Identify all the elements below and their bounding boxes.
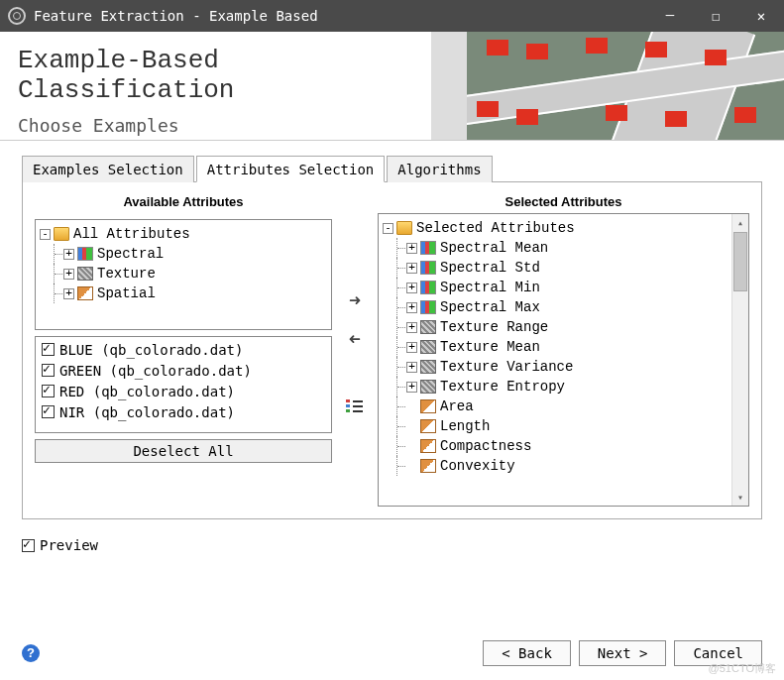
tree-item[interactable]: Length (440, 418, 490, 434)
spectral-icon (420, 261, 436, 275)
app-icon (8, 7, 26, 25)
collapse-icon[interactable]: - (40, 229, 51, 240)
tree-item[interactable]: Spectral Max (440, 299, 540, 315)
close-button[interactable]: ✕ (738, 0, 784, 32)
collapse-icon[interactable]: - (383, 223, 393, 234)
band-row: RED (qb_colorado.dat) (38, 381, 329, 401)
window-title: Feature Extraction - Example Based (34, 8, 647, 24)
spectral-icon (77, 247, 93, 261)
expand-icon[interactable]: + (406, 342, 417, 353)
checkbox-red[interactable] (42, 385, 55, 397)
tree-item[interactable]: Texture Variance (440, 359, 573, 375)
tree-item-spectral[interactable]: Spectral (97, 246, 164, 262)
next-button[interactable]: Next > (579, 640, 667, 666)
spatial-icon (420, 419, 436, 433)
header: Example-Based Classification Choose Exam… (0, 32, 784, 141)
band-label: NIR (qb_colorado.dat) (59, 404, 235, 420)
expand-icon[interactable]: + (63, 288, 74, 299)
tree-item-spatial[interactable]: Spatial (97, 285, 156, 301)
tree-item[interactable]: Area (440, 398, 474, 414)
list-view-icon[interactable] (346, 399, 364, 413)
folder-icon (54, 227, 69, 241)
spatial-icon (77, 286, 93, 300)
tree-item[interactable]: Texture Mean (440, 339, 540, 355)
expand-icon[interactable]: + (406, 302, 417, 313)
expand-icon[interactable]: + (406, 322, 417, 333)
spatial-icon (420, 459, 436, 473)
preview-row: Preview (22, 537, 98, 553)
watermark: @51CTO博客 (709, 661, 776, 676)
tab-algorithms[interactable]: Algorithms (387, 156, 492, 182)
selected-attributes-tree[interactable]: -Selected Attributes+Spectral Mean+Spect… (378, 213, 749, 507)
tree-item[interactable]: Convexity (440, 458, 515, 474)
band-row: GREEN (qb_colorado.dat) (38, 360, 329, 381)
titlebar: Feature Extraction - Example Based ─ ☐ ✕ (0, 0, 784, 32)
band-row: NIR (qb_colorado.dat) (38, 401, 329, 422)
minimize-button[interactable]: ─ (647, 0, 693, 32)
spectral-icon (420, 241, 436, 255)
available-attributes-title: Available Attributes (35, 194, 332, 209)
texture-icon (420, 360, 436, 374)
expand-icon[interactable]: + (406, 263, 417, 274)
tree-item-texture[interactable]: Texture (97, 266, 156, 282)
remove-attribute-button[interactable]: ➜ (349, 327, 361, 352)
scroll-thumb[interactable] (733, 232, 747, 291)
deselect-all-button[interactable]: Deselect All (35, 439, 332, 463)
tree-item[interactable]: Texture Entropy (440, 379, 565, 395)
tree-root-label: All Attributes (73, 226, 190, 242)
tree-item[interactable]: Spectral Min (440, 280, 540, 295)
texture-icon (420, 340, 436, 354)
add-attribute-button[interactable]: ➜ (349, 288, 361, 313)
folder-icon (396, 221, 412, 235)
scroll-up-icon[interactable]: ▴ (732, 214, 748, 231)
maximize-button[interactable]: ☐ (693, 0, 738, 32)
preview-label: Preview (40, 537, 98, 553)
spatial-icon (420, 439, 436, 453)
tree-item[interactable]: Texture Range (440, 319, 548, 335)
expand-icon[interactable]: + (406, 382, 417, 393)
spatial-icon (420, 399, 436, 413)
scroll-down-icon[interactable]: ▾ (732, 489, 748, 506)
band-label: BLUE (qb_colorado.dat) (59, 342, 243, 358)
back-button[interactable]: < Back (483, 640, 571, 666)
spectral-icon (420, 281, 436, 294)
band-label: RED (qb_colorado.dat) (59, 384, 235, 399)
expand-icon[interactable]: + (63, 249, 74, 260)
attributes-panel: Available Attributes - All Attributes + … (22, 182, 762, 519)
tab-examples-selection[interactable]: Examples Selection (22, 156, 194, 182)
help-icon[interactable]: ? (22, 644, 40, 662)
expand-icon[interactable]: + (406, 243, 417, 254)
preview-checkbox[interactable] (22, 539, 35, 552)
footer: ? < Back Next > Cancel (0, 640, 784, 666)
spectral-icon (420, 300, 436, 314)
checkbox-blue[interactable] (42, 343, 55, 356)
selected-attributes-title: Selected Attributes (378, 194, 749, 209)
tree-root-label: Selected Attributes (416, 220, 575, 236)
texture-icon (77, 267, 93, 281)
band-row: BLUE (qb_colorado.dat) (38, 339, 329, 360)
tab-bar: Examples Selection Attributes Selection … (22, 155, 762, 182)
expand-icon[interactable]: + (406, 362, 417, 373)
bands-list[interactable]: BLUE (qb_colorado.dat) GREEN (qb_colorad… (35, 336, 332, 433)
page-title: Example-Based Classification (18, 46, 449, 105)
available-attributes-tree[interactable]: - All Attributes + Spectral + Texture (35, 219, 332, 330)
tree-item[interactable]: Spectral Mean (440, 240, 548, 256)
checkbox-nir[interactable] (42, 405, 55, 418)
scrollbar[interactable]: ▴ ▾ (731, 214, 748, 506)
header-image (467, 32, 784, 140)
band-label: GREEN (qb_colorado.dat) (59, 363, 252, 379)
texture-icon (420, 320, 436, 334)
page-subtitle: Choose Examples (18, 115, 449, 136)
expand-icon[interactable]: + (406, 283, 417, 293)
expand-icon[interactable]: + (63, 269, 74, 280)
texture-icon (420, 380, 436, 394)
content-area: Examples Selection Attributes Selection … (0, 141, 784, 525)
tab-attributes-selection[interactable]: Attributes Selection (196, 156, 386, 182)
tree-item[interactable]: Compactness (440, 438, 531, 454)
tree-item[interactable]: Spectral Std (440, 260, 540, 276)
checkbox-green[interactable] (42, 364, 55, 377)
